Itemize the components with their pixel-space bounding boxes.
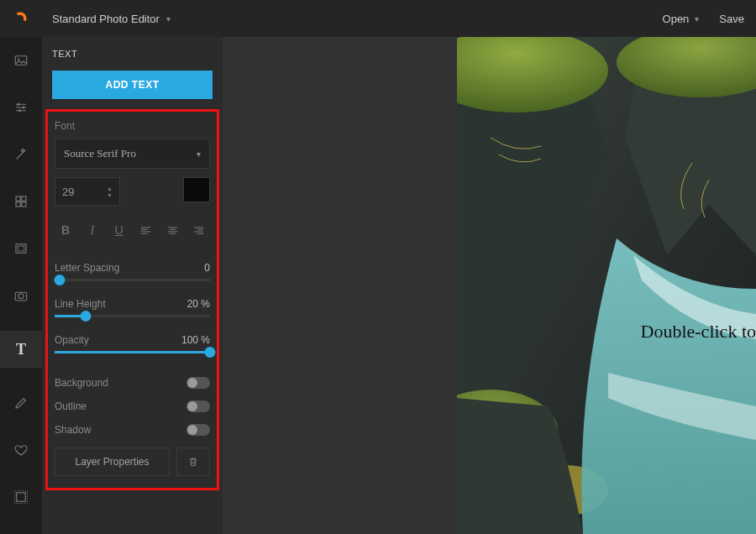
align-left-button[interactable] <box>136 221 155 239</box>
font-size-input[interactable]: 29 ▲▼ <box>55 177 120 206</box>
topbar: Standard Photo Editor ▾ Open ▾ Save <box>0 0 756 37</box>
tool-sidebar: T <box>0 37 42 534</box>
expand-icon <box>13 490 29 505</box>
svg-rect-8 <box>22 202 26 207</box>
svg-point-12 <box>18 294 24 299</box>
stepper-icon[interactable]: ▲▼ <box>107 186 113 198</box>
outline-toggle-label: Outline <box>55 400 87 412</box>
shadow-toggle-label: Shadow <box>55 424 91 436</box>
opacity-value: 100 % <box>181 334 210 346</box>
app-logo-icon <box>12 10 29 27</box>
heart-icon <box>13 442 29 458</box>
svg-point-2 <box>18 103 20 106</box>
svg-rect-10 <box>18 246 24 251</box>
save-button[interactable]: Save <box>719 13 744 25</box>
letter-spacing-label: Letter Spacing <box>55 262 119 274</box>
letter-spacing-slider[interactable] <box>55 279 210 281</box>
svg-rect-0 <box>15 56 27 65</box>
nav-adjust[interactable] <box>0 96 42 119</box>
add-text-button[interactable]: ADD TEXT <box>52 71 213 99</box>
font-value: Source Serif Pro <box>64 147 136 160</box>
align-center-icon <box>166 224 179 237</box>
chevron-down-icon: ▾ <box>695 14 699 24</box>
line-height-slider[interactable] <box>55 315 210 317</box>
nav-expand[interactable] <box>0 485 42 509</box>
frame-icon <box>13 241 29 256</box>
line-height-value: 20 % <box>187 298 210 310</box>
format-toolbar: B I U <box>55 217 210 252</box>
camera-icon <box>13 288 29 303</box>
nav-text[interactable]: T <box>0 331 42 368</box>
shadow-toggle[interactable] <box>186 424 210 436</box>
wand-icon <box>13 147 29 162</box>
layer-properties-button[interactable]: Layer Properties <box>55 448 170 476</box>
align-center-button[interactable] <box>163 221 181 239</box>
line-height-label: Line Height <box>55 298 106 310</box>
trash-icon <box>187 456 199 468</box>
open-button[interactable]: Open ▾ <box>663 13 700 25</box>
image-icon <box>13 53 29 68</box>
brush-icon <box>13 395 29 411</box>
align-right-icon <box>192 224 205 237</box>
nav-wand[interactable] <box>0 143 42 166</box>
sliders-icon <box>13 100 29 115</box>
nav-camera[interactable] <box>0 284 42 307</box>
opacity-slider[interactable] <box>55 351 210 353</box>
opacity-label: Opacity <box>55 334 89 346</box>
underline-icon: U <box>115 223 123 237</box>
svg-point-4 <box>18 109 21 112</box>
save-label: Save <box>719 13 744 25</box>
font-size-value: 29 <box>62 186 74 198</box>
slider-thumb[interactable] <box>54 275 65 285</box>
letter-spacing-value: 0 <box>204 262 210 274</box>
outline-toggle[interactable] <box>186 400 210 412</box>
slider-thumb[interactable] <box>81 311 92 322</box>
bold-icon: B <box>61 223 70 237</box>
text-color-swatch[interactable] <box>183 177 210 202</box>
font-label: Font <box>55 120 210 132</box>
bold-button[interactable]: B <box>56 221 75 239</box>
canvas-image <box>457 37 756 534</box>
background-toggle[interactable] <box>186 377 210 389</box>
canvas-area[interactable]: Double-click to <box>223 37 756 534</box>
delete-button[interactable] <box>176 448 210 476</box>
nav-heart[interactable] <box>0 438 42 462</box>
align-left-icon <box>139 224 152 237</box>
text-options-highlight: Font Source Serif Pro ▾ 29 ▲▼ B I U <box>45 109 219 490</box>
nav-grid[interactable] <box>0 190 42 213</box>
align-right-button[interactable] <box>190 221 208 239</box>
app-title-label: Standard Photo Editor <box>52 13 160 25</box>
underline-button[interactable]: U <box>110 221 129 239</box>
slider-thumb[interactable] <box>205 347 216 358</box>
text-icon: T <box>16 341 26 359</box>
font-select[interactable]: Source Serif Pro ▾ <box>55 139 210 169</box>
italic-button[interactable]: I <box>83 221 102 239</box>
nav-brush[interactable] <box>0 391 42 415</box>
svg-rect-7 <box>16 202 20 207</box>
svg-rect-13 <box>17 493 26 502</box>
chevron-down-icon: ▾ <box>166 14 171 24</box>
app-title-dropdown[interactable]: Standard Photo Editor ▾ <box>52 13 171 25</box>
open-label: Open <box>663 13 690 25</box>
text-panel: TEXT ADD TEXT Font Source Serif Pro ▾ 29… <box>42 37 223 534</box>
nav-frame[interactable] <box>0 237 42 260</box>
text-layer[interactable]: Double-click to <box>641 321 756 343</box>
grid-icon <box>13 194 29 209</box>
svg-rect-9 <box>16 244 26 254</box>
italic-icon: I <box>90 223 94 238</box>
background-toggle-label: Background <box>55 377 108 389</box>
chevron-down-icon: ▾ <box>197 149 201 159</box>
svg-rect-5 <box>16 196 20 201</box>
svg-point-3 <box>23 107 25 109</box>
panel-title: TEXT <box>52 49 213 59</box>
svg-rect-6 <box>22 196 26 201</box>
nav-image[interactable] <box>0 49 42 72</box>
